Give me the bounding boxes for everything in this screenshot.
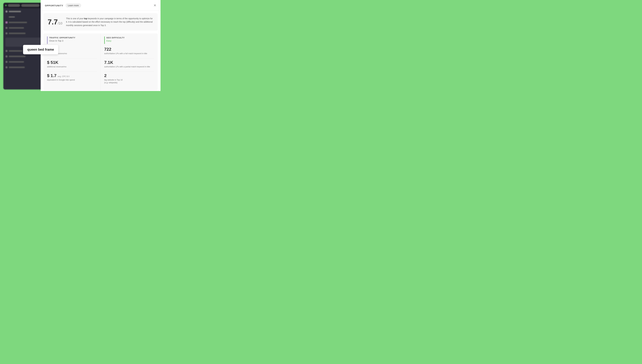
traffic-stat-cpc: $ 1.7 avg. CPC $ 0 equivalent in Google … — [47, 74, 97, 81]
traffic-accent-bar — [47, 36, 48, 44]
keyword-text: queen bed frame — [27, 48, 54, 52]
score-section: 7.7/10 This is one of your top keywords … — [44, 13, 158, 31]
score-denom: /10 — [58, 22, 62, 25]
big-sites-number: 2 — [104, 74, 154, 78]
seo-column: SEO DIFFICULTY Easy 722 authoritative LP… — [100, 33, 158, 90]
bg-topbar-element — [8, 4, 20, 7]
traffic-col-header: TRAFFIC OPPORTUNITY Once In Top 3 — [47, 36, 97, 44]
divider — [47, 58, 97, 58]
cpc-avg: avg. CPC $ 0 — [58, 75, 69, 78]
seo-stat-full-match: 722 authoritative LPs with a full match … — [104, 47, 154, 55]
traffic-col-subtitle: Once In Top 3 — [49, 40, 76, 42]
cpc-label: equivalent in Google Ads spend — [47, 78, 97, 81]
seo-stat-partial-match: 7.1K authoritative LPs with a partial ma… — [104, 60, 154, 68]
score-description: This is one of your top keywords in your… — [66, 17, 154, 27]
seo-col-subtitle: Easy — [106, 40, 124, 42]
revenue-label: additional revenue/mo — [47, 65, 97, 68]
score-number: 7.7 — [48, 18, 58, 26]
partial-match-number: 7.1K — [104, 60, 154, 65]
panel-title: OPPORTUNITY — [45, 4, 64, 7]
cpc-number: $ 1.7 avg. CPC $ 0 — [47, 74, 97, 78]
divider — [104, 58, 154, 58]
traffic-column: TRAFFIC OPPORTUNITY Once In Top 3 30.5K … — [44, 33, 100, 90]
learn-more-button[interactable]: Learn more — [66, 3, 81, 8]
score-value: 7.7/10 — [48, 18, 62, 26]
stats-grid: TRAFFIC OPPORTUNITY Once In Top 3 30.5K … — [44, 33, 158, 90]
traffic-col-title: TRAFFIC OPPORTUNITY — [49, 36, 76, 39]
full-match-number: 722 — [104, 47, 154, 52]
revenue-number: $ 51K — [47, 60, 97, 65]
bg-status-dot — [5, 5, 7, 6]
seo-accent-bar — [104, 36, 105, 44]
panel-header: OPPORTUNITY Learn more ✕ — [41, 0, 160, 10]
partial-match-label: authoritative LPs with a partial match k… — [104, 65, 154, 68]
seo-col-title: SEO DIFFICULTY — [106, 36, 124, 39]
close-button[interactable]: ✕ — [154, 4, 156, 7]
opportunity-panel: OPPORTUNITY Learn more ✕ 7.7/10 This is … — [41, 0, 160, 91]
big-sites-label: big website in Top 10(e.g: wikipedia) — [104, 78, 154, 84]
traffic-stat-revenue: $ 51K additional revenue/mo — [47, 60, 97, 68]
seo-col-header: SEO DIFFICULTY Easy — [104, 36, 154, 44]
keyword-label: queen bed frame — [23, 45, 58, 54]
full-match-label: authoritative LPs with a full match keyw… — [104, 52, 154, 55]
bg-topbar-element — [21, 4, 40, 7]
seo-stat-big-sites: 2 big website in Top 10(e.g: wikipedia) — [104, 74, 154, 84]
